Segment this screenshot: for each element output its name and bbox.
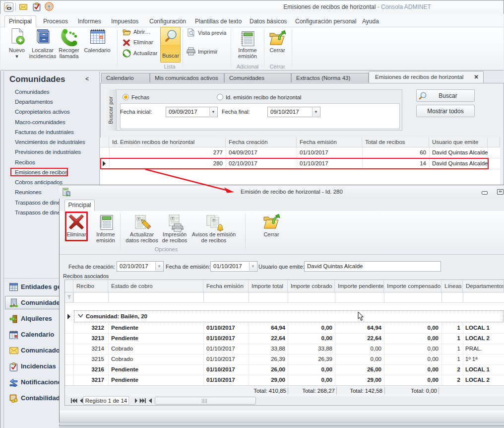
svg-text:T: T xyxy=(172,217,174,220)
svg-text:T: T xyxy=(138,217,140,220)
